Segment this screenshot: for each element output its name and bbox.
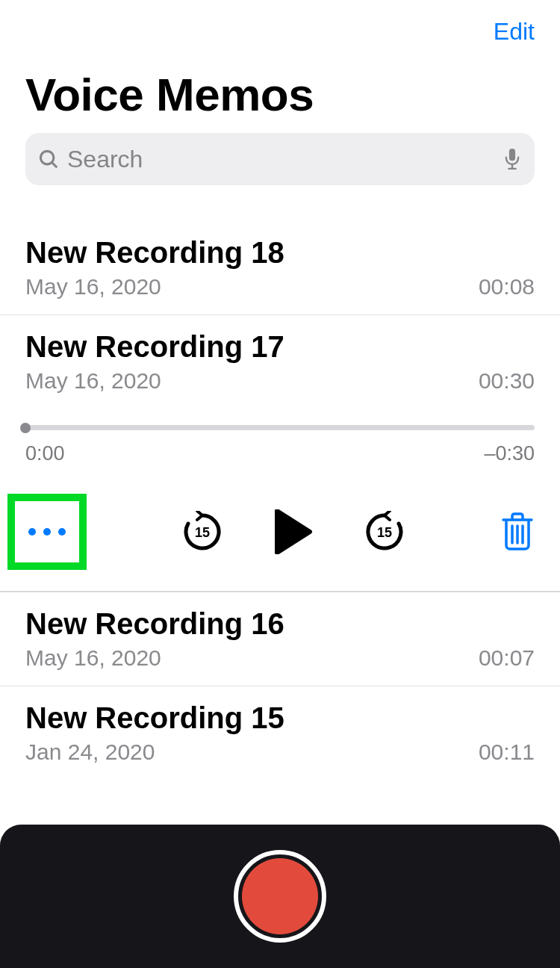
record-icon	[242, 858, 318, 934]
page-title: Voice Memos	[25, 68, 535, 133]
recording-item[interactable]: New Recording 15 Jan 24, 2020 00:11	[0, 686, 560, 780]
recording-duration: 00:30	[479, 368, 535, 394]
trash-icon	[500, 512, 535, 551]
recording-title: New Recording 16	[25, 607, 535, 641]
recording-item-expanded[interactable]: New Recording 17 May 16, 2020 00:30 0:00…	[0, 315, 560, 592]
recording-date: May 16, 2020	[25, 645, 161, 671]
skip-forward-15-button[interactable]: 15	[364, 511, 405, 553]
skip-back-icon: 15	[181, 511, 223, 553]
skip-back-15-button[interactable]: 15	[181, 511, 223, 553]
recording-duration: 00:07	[479, 645, 535, 671]
record-button[interactable]	[234, 850, 326, 943]
more-options-button[interactable]	[7, 494, 87, 570]
recording-title: New Recording 18	[25, 236, 535, 270]
search-bar[interactable]	[25, 133, 535, 185]
search-input[interactable]	[67, 146, 502, 173]
search-icon	[37, 148, 60, 170]
recording-duration: 00:11	[479, 739, 535, 765]
recording-duration: 00:08	[479, 274, 535, 300]
skip-forward-icon: 15	[364, 511, 405, 553]
slider-knob[interactable]	[20, 423, 31, 433]
svg-rect-2	[509, 149, 515, 161]
svg-line-1	[52, 163, 57, 168]
microphone-icon[interactable]	[502, 146, 523, 173]
edit-button[interactable]: Edit	[25, 18, 535, 68]
record-bar	[0, 825, 560, 968]
playback-slider[interactable]: 0:00 –0:30	[25, 425, 535, 465]
svg-point-0	[40, 151, 54, 164]
play-button[interactable]	[274, 509, 313, 554]
recording-date: May 16, 2020	[25, 368, 161, 394]
recording-title: New Recording 17	[25, 330, 535, 364]
current-time: 0:00	[25, 442, 65, 465]
recording-item[interactable]: New Recording 16 May 16, 2020 00:07	[0, 592, 560, 686]
recording-item[interactable]: New Recording 18 May 16, 2020 00:08	[0, 221, 560, 315]
remaining-time: –0:30	[484, 442, 535, 465]
svg-text:15: 15	[195, 525, 210, 540]
delete-button[interactable]	[500, 512, 535, 551]
recording-date: May 16, 2020	[25, 274, 161, 300]
play-icon	[274, 509, 313, 554]
recording-date: Jan 24, 2020	[25, 739, 155, 765]
recording-title: New Recording 15	[25, 701, 535, 735]
more-options-icon	[28, 528, 66, 536]
svg-text:15: 15	[377, 525, 392, 540]
